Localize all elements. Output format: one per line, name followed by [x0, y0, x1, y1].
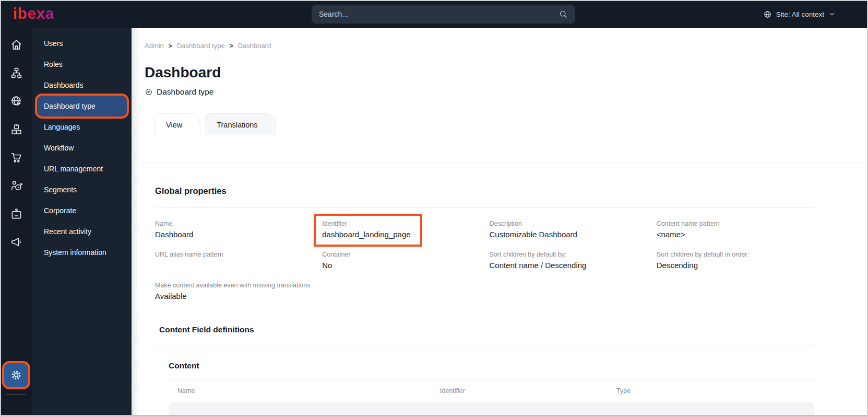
field-url-alias-name-pattern: URL alias name pattern — [155, 251, 313, 270]
field-label: Make content available even with missing… — [155, 282, 313, 289]
sidebar-item-label: Recent activity — [44, 227, 91, 236]
sidebar-item-segments[interactable]: Segments — [37, 179, 127, 200]
tab-translations[interactable]: Translations — [205, 113, 276, 135]
sidebar-item-label: Users — [44, 39, 63, 48]
global-properties-heading: Global properties — [155, 186, 814, 196]
sidebar-item-url-management[interactable]: URL management — [37, 158, 127, 179]
tab-bar: View Translations — [154, 113, 868, 135]
ibexa-admin-screen: ibexa Site: All context — [0, 0, 868, 417]
breadcrumb-dashboard-type[interactable]: Dashboard type — [177, 42, 225, 50]
sidebar-item-dashboard-type[interactable]: Dashboard type — [37, 96, 127, 117]
page-subtitle: Dashboard type — [145, 87, 868, 97]
sidebar-item-label: Languages — [44, 123, 80, 131]
sidebar-item-label: URL management — [44, 165, 103, 173]
field-identifier: Identifier dashboard_landing_page — [322, 220, 480, 239]
annotation-highlight-box: Identifier dashboard_landing_page — [314, 214, 422, 247]
admin-sidebar-menu: Users Roles Dashboards Dashboard type La… — [32, 28, 132, 417]
field-value: Customizable Dashboard — [490, 230, 647, 239]
personalization-target-icon[interactable] — [6, 175, 27, 196]
field-value: No — [322, 261, 480, 270]
field-container: Container No — [322, 251, 480, 270]
site-context-label: Site: All context — [776, 10, 824, 18]
field-value: dashboard_landing_page — [322, 230, 410, 239]
settings-gear-icon[interactable] — [4, 363, 28, 387]
sidebar-item-recent-activity[interactable]: Recent activity — [37, 221, 127, 242]
sidebar-item-users[interactable]: Users — [37, 33, 127, 54]
tab-label: Translations — [217, 121, 257, 129]
field-content-name-pattern: Content name pattern <name> — [657, 220, 814, 239]
search-input[interactable] — [319, 10, 558, 18]
site-globe-icon[interactable] — [6, 90, 27, 111]
sidebar-item-label: Corporate — [44, 206, 76, 215]
column-header-name: Name — [169, 387, 431, 395]
section-divider — [155, 345, 814, 345]
sidebar-item-workflow[interactable]: Workflow — [37, 137, 127, 158]
page-title: Dashboard — [145, 64, 868, 81]
field-missing-translations: Make content available even with missing… — [155, 282, 313, 301]
table-header-row: Name Identifier Type — [169, 380, 814, 401]
sidebar-item-corporate[interactable]: Corporate — [37, 200, 127, 221]
commerce-cart-icon[interactable] — [6, 147, 27, 168]
breadcrumb-admin[interactable]: Admin — [145, 42, 164, 50]
sidebar-item-roles[interactable]: Roles — [37, 54, 127, 75]
sidebar-item-label: Dashboard type — [44, 102, 96, 110]
breadcrumb: Admin > Dashboard type > Dashboard — [132, 28, 868, 50]
field-name: Name Dashboard — [155, 220, 313, 239]
sidebar-item-label: Roles — [44, 60, 63, 68]
field-label: Sort children by default by: — [490, 251, 647, 258]
field-label: URL alias name pattern — [155, 251, 313, 258]
cell-field-name: Dashboard name — [169, 414, 431, 417]
sidebar-item-dashboards[interactable]: Dashboards — [37, 75, 127, 96]
globe-icon — [763, 10, 772, 19]
sidebar-item-label: System information — [44, 248, 106, 257]
column-header-type: Type — [608, 387, 814, 395]
main-content: Admin > Dashboard type > Dashboard Dashb… — [132, 28, 868, 417]
content-type-icon — [145, 88, 153, 96]
rail-bottom-section — [4, 363, 28, 395]
sidebar-item-label: Dashboards — [44, 81, 84, 89]
field-label: Content name pattern — [657, 220, 814, 227]
field-sort-children-by: Sort children by default by: Content nam… — [490, 251, 647, 270]
tab-label: View — [166, 121, 182, 129]
content-group-heading: Content — [169, 361, 814, 370]
breadcrumb-current: Dashboard — [238, 42, 271, 50]
page-subtitle-label: Dashboard type — [157, 87, 213, 97]
field-value: Dashboard — [155, 230, 313, 239]
icon-rail — [0, 28, 32, 417]
field-value: <name> — [657, 230, 814, 239]
sidebar-item-languages[interactable]: Languages — [37, 117, 127, 137]
field-label: Identifier — [322, 220, 410, 227]
field-value — [155, 261, 313, 270]
site-context-selector[interactable]: Site: All context — [763, 0, 836, 28]
view-tab-panel: Global properties Name Dashboard Identif… — [138, 163, 864, 417]
field-label: Description — [490, 220, 647, 227]
product-catalog-icon[interactable] — [6, 119, 27, 140]
field-definitions-table: Name Identifier Type Dashboard name name… — [169, 380, 814, 417]
home-icon[interactable] — [6, 34, 27, 55]
cell-field-type: ezstring — [608, 414, 814, 417]
rail-divider — [6, 395, 26, 395]
field-label: Name — [155, 220, 313, 227]
marketing-megaphone-icon[interactable] — [6, 231, 27, 252]
field-label: Container — [322, 251, 480, 258]
table-row: Dashboard name name ezstring — [169, 402, 814, 417]
sidebar-item-label: Workflow — [44, 144, 74, 152]
global-properties-grid: Name Dashboard Identifier dashboard_land… — [155, 220, 814, 301]
field-value: Available — [155, 292, 313, 301]
column-header-identifier: Identifier — [431, 387, 608, 395]
breadcrumb-separator: > — [169, 42, 172, 50]
sidebar-item-system-information[interactable]: System information — [37, 242, 127, 263]
admin-badge-icon[interactable] — [6, 203, 27, 224]
top-bar: ibexa Site: All context — [0, 0, 868, 28]
content-structure-icon[interactable] — [6, 62, 27, 83]
global-search — [312, 5, 575, 24]
search-icon[interactable] — [558, 9, 568, 19]
field-value: Descending — [657, 261, 814, 270]
field-description: Description Customizable Dashboard — [490, 220, 647, 239]
ibexa-logo[interactable]: ibexa — [13, 5, 54, 22]
field-value: Content name / Descending — [490, 261, 647, 270]
tab-view[interactable]: View — [154, 113, 200, 135]
chevron-down-icon — [828, 10, 836, 18]
cell-field-identifier: name — [431, 414, 608, 417]
field-sort-children-order: Sort children by default in order: Desce… — [657, 251, 814, 270]
